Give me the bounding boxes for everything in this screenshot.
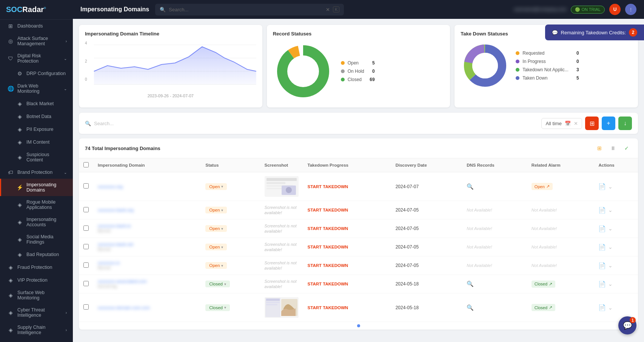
sidebar-item-incidents[interactable]: ◈ Incidents › bbox=[0, 339, 73, 342]
sidebar-item-fraud-protection[interactable]: ◈ Fraud Protection bbox=[0, 261, 73, 274]
start-takedown-btn[interactable]: START TAKEDOWN bbox=[308, 226, 348, 231]
doc-icon[interactable]: 📄 bbox=[598, 281, 606, 288]
dark-web-icon: 🌐 bbox=[7, 86, 14, 92]
status-badge-closed[interactable]: Closed ▾ bbox=[205, 304, 230, 311]
domain-link[interactable]: xxxxxxxx.org bbox=[98, 184, 196, 189]
row-checkbox[interactable] bbox=[83, 244, 89, 249]
alarm-link-icon[interactable]: ↗ bbox=[549, 282, 552, 287]
sidebar-item-digital-risk[interactable]: 🛡 Digital Risk Protection ⌄ bbox=[0, 50, 73, 67]
domain-link[interactable]: xxxxxxxx-bank.net bbox=[98, 242, 196, 247]
doc-icon[interactable]: 📄 bbox=[598, 304, 606, 311]
clear-search-icon[interactable]: ✕ bbox=[326, 7, 330, 12]
date-filter[interactable]: All time 📅 ✕ bbox=[541, 118, 582, 129]
row-checkbox[interactable] bbox=[83, 281, 89, 286]
sidebar-item-suspicious[interactable]: ◈ Suspicious Content bbox=[0, 149, 73, 166]
status-badge-open[interactable]: Open ▾ bbox=[205, 262, 227, 269]
discovery-cell: 2024-07-07 bbox=[391, 172, 462, 201]
sidebar-item-drp-config[interactable]: ⚙ DRP Configuration bbox=[0, 67, 73, 80]
start-takedown-btn[interactable]: START TAKEDOWN bbox=[308, 184, 348, 189]
start-takedown-btn[interactable]: START TAKEDOWN bbox=[308, 305, 348, 310]
start-takedown-btn[interactable]: START TAKEDOWN bbox=[308, 263, 348, 268]
row-checkbox[interactable] bbox=[83, 304, 89, 310]
sidebar-item-botnet[interactable]: ◈ Botnet Data bbox=[0, 110, 73, 123]
row-checkbox[interactable] bbox=[83, 183, 89, 189]
on-hold-label: On Hold bbox=[348, 69, 364, 74]
alarm-link-icon[interactable]: ↗ bbox=[549, 305, 552, 310]
doc-icon[interactable]: 📄 bbox=[598, 225, 606, 232]
alarm-link-icon[interactable]: ↗ bbox=[546, 184, 550, 189]
doc-icon[interactable]: 📄 bbox=[598, 262, 606, 269]
doc-icon[interactable]: 📄 bbox=[598, 207, 606, 214]
row-checkbox[interactable] bbox=[83, 207, 89, 212]
table-pause-btn[interactable]: ⏸ bbox=[608, 143, 618, 153]
expand-icon[interactable]: ⌄ bbox=[608, 184, 613, 190]
filter-download-btn[interactable]: ↓ bbox=[618, 117, 632, 130]
record-statuses-donut bbox=[273, 41, 333, 101]
domain-link[interactable]: xxxxxxxx-associated.com bbox=[98, 279, 196, 284]
start-takedown-btn[interactable]: START TAKEDOWN bbox=[308, 282, 348, 286]
sidebar-item-social-media[interactable]: ◈ Social Media Findings bbox=[0, 231, 73, 248]
impersonating-domains-table: Impersonating Domain Status Screenshot T… bbox=[79, 158, 638, 322]
timeline-chart: 4 2 0 bbox=[85, 41, 256, 101]
support-chat-btn[interactable]: 💬 1 bbox=[618, 316, 636, 334]
sidebar-item-attack-surface[interactable]: ◎ Attack Surface Management › bbox=[0, 32, 73, 50]
sidebar-item-supply-chain[interactable]: ◈ Supply Chain Intelligence › bbox=[0, 321, 73, 339]
domain-link[interactable]: xxxxxxxx-bank.org bbox=[98, 208, 196, 212]
start-takedown-btn[interactable]: START TAKEDOWN bbox=[308, 208, 348, 212]
sidebar-item-black-market[interactable]: ◈ Black Market bbox=[0, 97, 73, 110]
screenshot-na: Screenshot is not available! bbox=[265, 242, 297, 252]
status-badge-open[interactable]: Open ▾ bbox=[205, 207, 227, 213]
sidebar-item-im-content[interactable]: ◈ IM Content bbox=[0, 136, 73, 149]
expand-icon[interactable]: ⌄ bbox=[608, 281, 613, 287]
domain-link[interactable]: xxxxxxxx.io bbox=[98, 261, 196, 265]
status-chevron: ▾ bbox=[224, 305, 226, 310]
open-dot bbox=[341, 61, 345, 65]
dns-search-icon[interactable]: 🔍 bbox=[467, 183, 474, 190]
expand-icon[interactable]: ⌄ bbox=[608, 225, 613, 232]
dns-search-icon[interactable]: 🔍 bbox=[467, 281, 474, 287]
expand-icon[interactable]: ⌄ bbox=[608, 207, 613, 213]
sidebar-item-cyber-threat[interactable]: ◈ Cyber Threat Intelligence › bbox=[0, 304, 73, 321]
sidebar-item-rogue-mobile[interactable]: ◈ Rogue Mobile Applications bbox=[0, 196, 73, 213]
chevron-icon: ⌄ bbox=[64, 87, 67, 91]
status-badge-open[interactable]: Open ▾ bbox=[205, 183, 227, 190]
expand-icon[interactable]: ⌄ bbox=[608, 262, 613, 268]
expand-icon[interactable]: ⌄ bbox=[608, 305, 613, 311]
row-checkbox[interactable] bbox=[83, 262, 89, 268]
status-chevron: ▾ bbox=[221, 208, 223, 212]
sidebar-item-bad-reputation[interactable]: ◈ Bad Reputation bbox=[0, 248, 73, 261]
sidebar-item-brand-protection[interactable]: 🏷 Brand Protection ⌄ bbox=[0, 166, 73, 179]
doc-icon[interactable]: 📄 bbox=[598, 244, 606, 251]
topbar-search-input[interactable] bbox=[169, 4, 323, 15]
select-all-checkbox[interactable] bbox=[83, 162, 89, 167]
fraud-protection-icon: ◈ bbox=[7, 264, 14, 270]
sidebar-item-vip-protection[interactable]: ◈ VIP Protection bbox=[0, 274, 73, 287]
table-filter-btn[interactable]: ⊞ bbox=[594, 143, 605, 153]
expand-icon[interactable]: ⌄ bbox=[608, 244, 613, 250]
status-badge-open[interactable]: Open ▾ bbox=[205, 225, 227, 232]
on-hold-dot bbox=[341, 69, 345, 73]
sidebar-item-dashboards[interactable]: ⊞ Dashboards bbox=[0, 20, 73, 32]
doc-icon[interactable]: 📄 bbox=[598, 183, 606, 190]
row-checkbox[interactable] bbox=[83, 225, 89, 231]
domain-link[interactable]: xxxxxxxx-bank.to bbox=[98, 224, 196, 228]
rogue-mobile-icon: ◈ bbox=[16, 202, 23, 208]
filter-search-input[interactable] bbox=[94, 121, 537, 126]
table-check-btn[interactable]: ✓ bbox=[621, 143, 632, 153]
filter-orange-btn[interactable]: ⊞ bbox=[585, 117, 599, 130]
status-badge-closed[interactable]: Closed ▾ bbox=[205, 281, 230, 287]
domain-link[interactable]: xxxxxxxx-domain-com.com bbox=[98, 305, 196, 310]
sidebar-item-pii[interactable]: ◈ PII Exposure bbox=[0, 123, 73, 136]
filter-add-btn[interactable]: + bbox=[602, 117, 615, 130]
sidebar-item-dark-web[interactable]: 🌐 Dark Web Monitoring ⌄ bbox=[0, 80, 73, 97]
clear-date-icon[interactable]: ✕ bbox=[574, 121, 578, 126]
status-badge-open[interactable]: Open ▾ bbox=[205, 244, 227, 250]
sidebar-item-impersonating-domains[interactable]: ⚡ Impersonating Domains bbox=[0, 179, 73, 196]
avatar: U bbox=[609, 4, 621, 15]
sidebar-item-label: Surface Web Monitoring bbox=[17, 290, 67, 301]
start-takedown-btn[interactable]: START TAKEDOWN bbox=[308, 245, 348, 249]
dns-search-icon[interactable]: 🔍 bbox=[467, 304, 474, 311]
sidebar-item-impersonating-accounts[interactable]: ◈ Impersonating Accounts bbox=[0, 213, 73, 231]
legend-open: Open 5 bbox=[341, 60, 375, 66]
sidebar-item-surface-web[interactable]: ◈ Surface Web Monitoring bbox=[0, 287, 73, 304]
